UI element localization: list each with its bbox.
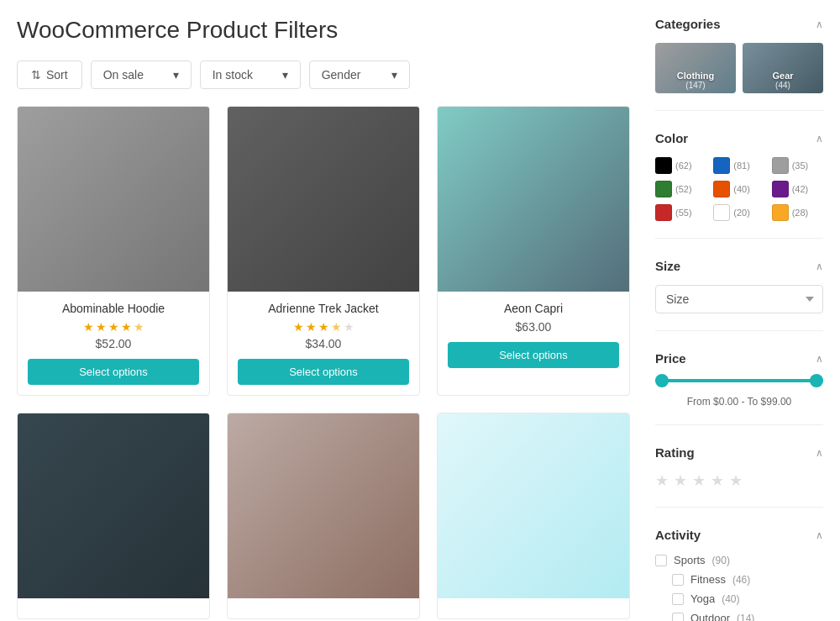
color-swatch: [713, 181, 730, 197]
color-item[interactable]: (20): [713, 204, 764, 221]
slider-thumb-right[interactable]: [810, 374, 823, 387]
activity-label: Sports: [674, 554, 706, 566]
star-filled: ★: [306, 320, 317, 334]
on-sale-chevron: ▾: [173, 68, 179, 82]
select-options-button[interactable]: Select options: [238, 359, 409, 385]
product-name: Abominable Hoodie: [28, 302, 199, 315]
rating-title: Rating: [655, 445, 695, 460]
product-price: $63.00: [448, 320, 619, 334]
activity-title: Activity: [655, 528, 701, 542]
color-count: (55): [675, 208, 692, 218]
on-sale-filter[interactable]: On sale ▾: [91, 61, 192, 89]
star-half: ★: [134, 320, 144, 334]
in-stock-chevron: ▾: [282, 68, 288, 82]
price-title: Price: [655, 351, 686, 366]
color-item[interactable]: (40): [713, 181, 764, 197]
product-info: [438, 598, 629, 618]
category-card[interactable]: Clothing (147): [655, 43, 736, 93]
product-card: [227, 413, 420, 619]
product-name: Aeon Capri: [448, 302, 619, 315]
product-image: [438, 107, 629, 292]
size-header[interactable]: Size ∧: [655, 259, 823, 273]
color-swatch: [713, 157, 730, 174]
categories-header[interactable]: Categories ∧: [655, 17, 823, 31]
activity-checkbox[interactable]: [672, 613, 684, 622]
category-count: (44): [772, 81, 793, 90]
rating-star[interactable]: ★: [674, 471, 687, 490]
color-item[interactable]: (52): [655, 181, 706, 197]
price-range-label: From $0.00 - To $99.00: [655, 396, 823, 408]
on-sale-label: On sale: [103, 68, 144, 82]
color-count: (20): [733, 208, 750, 218]
rating-star[interactable]: ★: [692, 471, 706, 490]
rating-star[interactable]: ★: [655, 471, 669, 490]
color-swatch: [655, 157, 672, 174]
rating-star[interactable]: ★: [711, 471, 724, 490]
color-item[interactable]: (62): [655, 157, 706, 174]
activity-count: (14): [737, 613, 754, 622]
categories-chevron: ∧: [816, 18, 823, 30]
activity-count: (90): [712, 555, 730, 566]
size-title: Size: [655, 259, 680, 273]
color-swatch: [655, 204, 672, 221]
activity-label: Yoga: [690, 592, 715, 605]
in-stock-label: In stock: [213, 68, 253, 82]
activity-checkbox[interactable]: [655, 555, 667, 566]
activity-item[interactable]: Fitness (46): [655, 573, 823, 586]
activity-section: Activity ∧ Sports (90) Fitness (46) Yoga…: [655, 528, 823, 621]
product-rating: ★★★★★: [238, 320, 409, 334]
activity-item[interactable]: Yoga (40): [655, 592, 823, 605]
slider-thumb-left[interactable]: [655, 374, 669, 387]
product-image: [18, 107, 209, 292]
category-cards: Clothing (147) Gear (44): [655, 43, 823, 93]
product-price: $34.00: [238, 337, 409, 350]
page-wrapper: WooCommerce Product Filters ⇅ Sort On sa…: [0, 0, 840, 621]
color-count: (40): [733, 184, 750, 194]
activity-chevron: ∧: [816, 529, 823, 541]
color-count: (52): [675, 184, 692, 194]
products-grid: Abominable Hoodie ★★★★★ $52.00 Select op…: [17, 106, 630, 619]
slider-track: [655, 379, 823, 382]
gender-label: Gender: [322, 68, 361, 82]
category-count: (147): [677, 81, 715, 90]
color-item[interactable]: (42): [772, 181, 823, 197]
price-header[interactable]: Price ∧: [655, 351, 823, 366]
page-title: WooCommerce Product Filters: [17, 17, 630, 44]
activity-header[interactable]: Activity ∧: [655, 528, 823, 542]
color-item[interactable]: (55): [655, 204, 706, 221]
rating-header[interactable]: Rating ∧: [655, 445, 823, 460]
select-options-button[interactable]: Select options: [448, 342, 619, 368]
color-count: (42): [792, 184, 809, 194]
product-card: Adrienne Trek Jacket ★★★★★ $34.00 Select…: [227, 106, 420, 396]
product-info: Aeon Capri $63.00 Select options: [438, 292, 629, 378]
size-select[interactable]: SizeXSSMLXLXXL: [655, 285, 823, 313]
price-chevron: ∧: [816, 353, 823, 365]
product-card: [17, 413, 210, 619]
gender-filter[interactable]: Gender ▾: [309, 61, 410, 89]
star-filled: ★: [318, 320, 329, 334]
gender-chevron: ▾: [391, 68, 397, 82]
in-stock-filter[interactable]: In stock ▾: [200, 61, 301, 89]
rating-section: Rating ∧ ★★★★★: [655, 445, 823, 508]
color-header[interactable]: Color ∧: [655, 131, 823, 145]
category-card[interactable]: Gear (44): [743, 43, 823, 93]
activity-list: Sports (90) Fitness (46) Yoga (40) Outdo…: [655, 554, 823, 621]
activity-item[interactable]: Sports (90): [655, 554, 823, 566]
sort-button[interactable]: ⇅ Sort: [17, 61, 82, 89]
product-info: Abominable Hoodie ★★★★★ $52.00 Select op…: [18, 292, 209, 395]
star-empty: ★: [344, 320, 354, 334]
color-count: (28): [792, 208, 809, 218]
activity-checkbox[interactable]: [672, 593, 684, 605]
rating-star[interactable]: ★: [729, 471, 743, 490]
activity-label: Outdoor: [690, 612, 730, 621]
color-swatch: [772, 181, 789, 197]
activity-item[interactable]: Outdoor (14): [655, 612, 823, 621]
category-name: Gear: [772, 71, 793, 81]
color-item[interactable]: (35): [772, 157, 823, 174]
product-card: Abominable Hoodie ★★★★★ $52.00 Select op…: [17, 106, 210, 396]
color-count: (35): [792, 161, 809, 171]
color-item[interactable]: (81): [713, 157, 764, 174]
activity-checkbox[interactable]: [672, 574, 684, 586]
select-options-button[interactable]: Select options: [28, 359, 199, 385]
color-item[interactable]: (28): [772, 204, 823, 221]
